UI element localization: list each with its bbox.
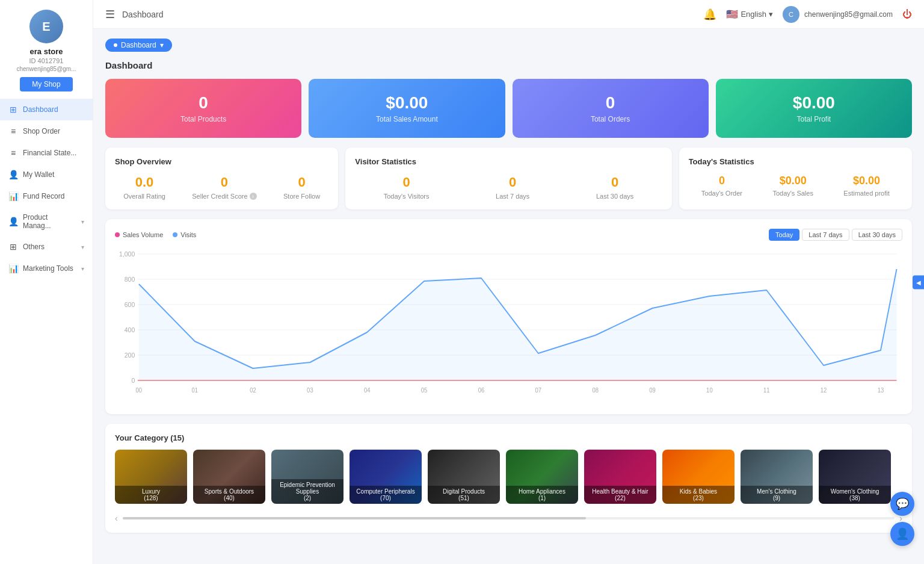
sales-legend-label: Sales Volume: [123, 231, 163, 238]
category-bg-home: Home Appliances(1): [506, 450, 578, 504]
support-float-button[interactable]: 👤: [890, 522, 914, 546]
category-bg-health: Health Beauty & Hair(22): [584, 450, 656, 504]
category-item-luxury[interactable]: Luxury(128): [115, 450, 187, 504]
category-label-digital: Digital Products(51): [428, 486, 500, 504]
chart-today-button[interactable]: Today: [769, 229, 799, 241]
category-bg-luxury: Luxury(128): [115, 450, 187, 504]
svg-text:11: 11: [763, 387, 770, 394]
total-products-label: Total Products: [180, 115, 226, 123]
breadcrumb-label: Dashboard: [121, 41, 156, 49]
category-item-epidemic[interactable]: Epidemic Prevention Supplies(2): [271, 450, 343, 504]
topbar-right: 🔔 🇺🇸 English ▾ C chenwenjing85@gmail.com…: [703, 6, 912, 23]
svg-text:06: 06: [478, 387, 485, 394]
store-follow-label: Store Follow: [283, 193, 320, 200]
category-bg-computer: Computer Peripherals(70): [350, 450, 422, 504]
dashboard-title: Dashboard: [105, 60, 912, 70]
category-item-digital[interactable]: Digital Products(51): [428, 450, 500, 504]
content-area: Dashboard ▾ Dashboard 0 Total Products $…: [93, 29, 924, 564]
todays-stats-values: 0 Today's Order $0.00 Today's Sales $0.0…: [689, 175, 902, 197]
svg-text:0: 0: [131, 377, 135, 384]
hamburger-menu-icon[interactable]: ☰: [105, 8, 115, 21]
category-label-womens: Women's Clothing(38): [819, 486, 891, 504]
visitor-stats-panel: Visitor Statistics 0 Today's Visitors 0 …: [345, 147, 671, 209]
sidebar-item-shop-order[interactable]: ≡ Shop Order: [0, 120, 93, 142]
category-bg-womens: Women's Clothing(38): [819, 450, 891, 504]
total-sales-card: $0.00 Total Sales Amount: [309, 79, 505, 138]
total-sales-value: $0.00: [386, 93, 428, 113]
category-section: Your Category (15) Luxury(128) Sports & …: [105, 424, 912, 533]
logout-icon[interactable]: ⏻: [902, 9, 912, 20]
chart-last30-button[interactable]: Last 30 days: [852, 229, 902, 241]
svg-text:200: 200: [125, 352, 135, 359]
svg-text:01: 01: [192, 387, 199, 394]
sales-legend-dot: [115, 232, 120, 237]
category-item-home[interactable]: Home Appliances(1): [506, 450, 578, 504]
language-selector[interactable]: 🇺🇸 English ▾: [726, 8, 773, 20]
breadcrumb-chevron-icon: ▾: [160, 41, 164, 49]
topbar: ☰ Dashboard 🔔 🇺🇸 English ▾ C chenwenjing…: [93, 0, 924, 29]
wallet-icon: 👤: [8, 170, 18, 179]
seller-credit-stat: 0 Seller Credit Score i: [192, 175, 256, 200]
sales-volume-legend: Sales Volume: [115, 231, 163, 238]
user-avatar: C: [783, 6, 799, 23]
product-manage-icon: 👤: [8, 217, 18, 226]
svg-text:00: 00: [136, 387, 143, 394]
visitor-stats-values: 0 Today's Visitors 0 Last 7 days 0 Last …: [355, 175, 662, 200]
sidebar-item-label: Product Manag...: [23, 213, 76, 230]
total-orders-card: 0 Total Orders: [513, 79, 709, 138]
category-item-computer[interactable]: Computer Peripherals(70): [350, 450, 422, 504]
sidebar-item-marketing-tools[interactable]: 📊 Marketing Tools ▾: [0, 258, 93, 279]
sidebar: E era store ID 4012791 chenwenjing85@gm.…: [0, 0, 93, 564]
store-follow-value: 0: [283, 175, 320, 190]
category-bg-mens: Men's Clothing(9): [741, 450, 813, 504]
category-label-health: Health Beauty & Hair(22): [584, 486, 656, 504]
category-label-mens: Men's Clothing(9): [741, 486, 813, 504]
chevron-right-icon: ▾: [81, 265, 84, 272]
visits-legend: Visits: [173, 231, 196, 238]
svg-text:04: 04: [364, 387, 371, 394]
todays-visitors-value: 0: [384, 175, 430, 190]
store-follow-stat: 0 Store Follow: [283, 175, 320, 200]
category-scroll[interactable]: Luxury(128) Sports & Outdoors(40) Epidem…: [115, 450, 902, 509]
category-item-mens[interactable]: Men's Clothing(9): [741, 450, 813, 504]
seller-credit-label: Seller Credit Score i: [192, 193, 256, 200]
todays-sales-stat: $0.00 Today's Sales: [772, 175, 813, 197]
category-label-computer: Computer Peripherals(70): [350, 486, 422, 504]
scroll-thumb: [123, 517, 586, 519]
sidebar-item-financial[interactable]: ≡ Financial State...: [0, 142, 93, 164]
notification-bell-icon[interactable]: 🔔: [703, 8, 716, 21]
chart-last7-button[interactable]: Last 7 days: [802, 229, 849, 241]
chart-svg: 1,000 800 600 400 200 0 00 01 02: [115, 248, 902, 404]
info-icon: i: [250, 193, 257, 200]
category-item-kids[interactable]: Kids & Babies(23): [662, 450, 735, 504]
sidebar-item-wallet[interactable]: 👤 My Wallet: [0, 164, 93, 185]
sidebar-item-fund-record[interactable]: 📊 Fund Record: [0, 185, 93, 207]
category-bg-kids: Kids & Babies(23): [662, 450, 735, 504]
chevron-down-icon: ▾: [769, 10, 773, 19]
seller-credit-value: 0: [192, 175, 256, 190]
category-item-womens[interactable]: Women's Clothing(38): [819, 450, 891, 504]
side-float-button[interactable]: ◀: [913, 275, 924, 289]
svg-marker-12: [139, 269, 897, 380]
store-id: ID 4012791: [29, 57, 64, 64]
chart-container: 1,000 800 600 400 200 0 00 01 02: [115, 248, 902, 404]
category-bg-epidemic: Epidemic Prevention Supplies(2): [271, 450, 343, 504]
my-shop-button[interactable]: My Shop: [20, 77, 72, 91]
overall-rating-label: Overall Rating: [123, 193, 165, 200]
todays-sales-value: $0.00: [772, 175, 813, 187]
marketing-tools-icon: 📊: [8, 264, 18, 273]
shop-overview-panel: Shop Overview 0.0 Overall Rating 0 Selle…: [105, 147, 338, 209]
sidebar-item-others[interactable]: ⊞ Others ▾: [0, 236, 93, 258]
category-item-health[interactable]: Health Beauty & Hair(22): [584, 450, 656, 504]
scroll-left-icon[interactable]: ‹: [115, 513, 118, 523]
user-menu[interactable]: C chenwenjing85@gmail.com: [783, 6, 893, 23]
svg-text:07: 07: [535, 387, 542, 394]
total-profit-value: $0.00: [793, 93, 835, 113]
category-item-sports[interactable]: Sports & Outdoors(40): [193, 450, 265, 504]
overall-rating-value: 0.0: [123, 175, 165, 190]
sidebar-item-dashboard[interactable]: ⊞ Dashboard: [0, 99, 93, 120]
chat-float-button[interactable]: 💬: [890, 492, 914, 516]
svg-text:09: 09: [649, 387, 656, 394]
sidebar-item-product-manage[interactable]: 👤 Product Manag... ▾: [0, 207, 93, 236]
visitor-stats-title: Visitor Statistics: [355, 157, 662, 166]
